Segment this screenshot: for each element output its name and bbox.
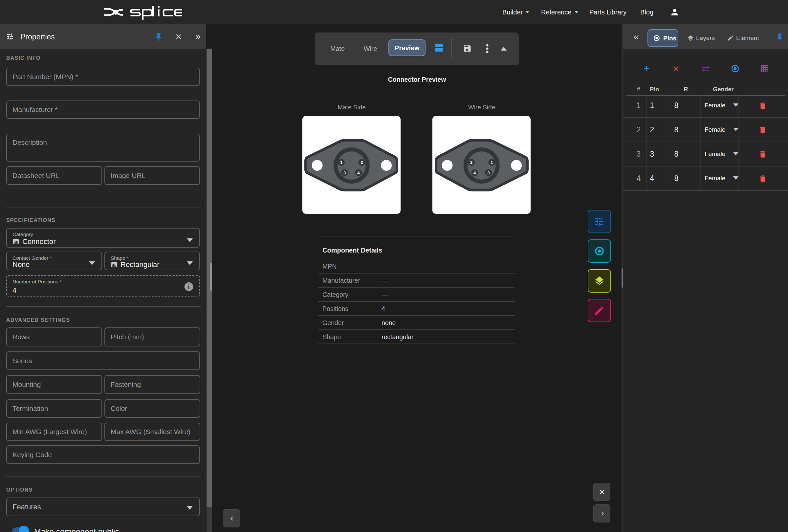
svg-text:3: 3 [343,171,346,175]
svg-text:4: 4 [473,171,476,175]
svg-text:2: 2 [360,160,363,165]
svg-text:1: 1 [340,160,342,165]
svg-text:2: 2 [470,160,472,165]
svg-text:3: 3 [487,171,490,175]
svg-text:4: 4 [357,171,360,175]
svg-text:1: 1 [491,160,493,165]
